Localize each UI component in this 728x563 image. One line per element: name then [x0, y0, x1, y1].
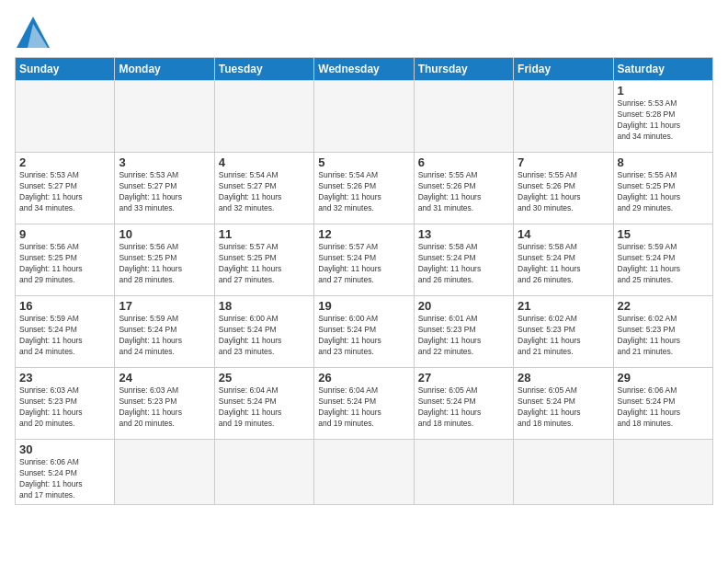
calendar-week-row: 30Sunrise: 6:06 AM Sunset: 5:24 PM Dayli… — [16, 440, 713, 505]
calendar-cell — [514, 81, 613, 153]
day-info: Sunrise: 5:59 AM Sunset: 5:24 PM Dayligh… — [618, 242, 709, 286]
day-info: Sunrise: 5:54 AM Sunset: 5:27 PM Dayligh… — [219, 170, 310, 214]
day-number: 18 — [219, 299, 310, 313]
day-number: 17 — [119, 299, 210, 313]
day-number: 7 — [518, 155, 609, 169]
calendar-cell: 8Sunrise: 5:55 AM Sunset: 5:25 PM Daylig… — [613, 153, 712, 224]
day-info: Sunrise: 5:55 AM Sunset: 5:26 PM Dayligh… — [518, 170, 609, 214]
day-info: Sunrise: 5:53 AM Sunset: 5:27 PM Dayligh… — [19, 170, 110, 214]
day-number: 8 — [618, 155, 709, 169]
day-number: 10 — [119, 227, 210, 241]
day-number: 9 — [19, 227, 110, 241]
day-number: 2 — [19, 155, 110, 169]
calendar-week-row: 2Sunrise: 5:53 AM Sunset: 5:27 PM Daylig… — [16, 153, 713, 224]
calendar-cell: 23Sunrise: 6:03 AM Sunset: 5:23 PM Dayli… — [16, 368, 115, 440]
day-number: 24 — [119, 371, 210, 385]
day-info: Sunrise: 6:03 AM Sunset: 5:23 PM Dayligh… — [19, 385, 110, 430]
calendar-header-row: SundayMondayTuesdayWednesdayThursdayFrid… — [16, 58, 713, 81]
day-header-friday: Friday — [514, 58, 613, 81]
calendar-cell: 17Sunrise: 5:59 AM Sunset: 5:24 PM Dayli… — [115, 296, 214, 368]
day-info: Sunrise: 6:06 AM Sunset: 5:24 PM Dayligh… — [618, 385, 709, 430]
calendar-cell: 1Sunrise: 5:53 AM Sunset: 5:28 PM Daylig… — [613, 81, 712, 153]
calendar-cell — [16, 81, 115, 153]
calendar-cell: 15Sunrise: 5:59 AM Sunset: 5:24 PM Dayli… — [613, 224, 712, 296]
day-info: Sunrise: 5:57 AM Sunset: 5:24 PM Dayligh… — [318, 242, 409, 286]
day-number: 22 — [618, 299, 709, 313]
calendar-cell: 20Sunrise: 6:01 AM Sunset: 5:23 PM Dayli… — [414, 296, 513, 368]
calendar-cell: 18Sunrise: 6:00 AM Sunset: 5:24 PM Dayli… — [214, 296, 313, 368]
calendar-cell — [314, 81, 414, 153]
day-info: Sunrise: 5:59 AM Sunset: 5:24 PM Dayligh… — [119, 314, 210, 358]
calendar-cell: 28Sunrise: 6:05 AM Sunset: 5:24 PM Dayli… — [514, 368, 613, 440]
day-number: 15 — [618, 227, 709, 241]
calendar-cell: 19Sunrise: 6:00 AM Sunset: 5:24 PM Dayli… — [314, 296, 414, 368]
day-number: 12 — [318, 227, 409, 241]
calendar-cell: 30Sunrise: 6:06 AM Sunset: 5:24 PM Dayli… — [16, 440, 115, 505]
day-number: 25 — [219, 371, 310, 385]
day-number: 4 — [219, 155, 310, 169]
page: SundayMondayTuesdayWednesdayThursdayFrid… — [0, 0, 728, 563]
day-info: Sunrise: 6:05 AM Sunset: 5:24 PM Dayligh… — [518, 385, 609, 430]
calendar-cell: 27Sunrise: 6:05 AM Sunset: 5:24 PM Dayli… — [414, 368, 513, 440]
calendar-cell: 4Sunrise: 5:54 AM Sunset: 5:27 PM Daylig… — [214, 153, 313, 224]
calendar-cell: 16Sunrise: 5:59 AM Sunset: 5:24 PM Dayli… — [16, 296, 115, 368]
calendar-cell: 13Sunrise: 5:58 AM Sunset: 5:24 PM Dayli… — [414, 224, 513, 296]
day-header-sunday: Sunday — [16, 58, 115, 81]
day-info: Sunrise: 6:06 AM Sunset: 5:24 PM Dayligh… — [19, 457, 110, 501]
day-number: 23 — [19, 371, 110, 385]
calendar-cell: 12Sunrise: 5:57 AM Sunset: 5:24 PM Dayli… — [314, 224, 414, 296]
day-info: Sunrise: 5:54 AM Sunset: 5:26 PM Dayligh… — [318, 170, 409, 214]
day-number: 19 — [318, 299, 409, 313]
day-number: 1 — [618, 84, 709, 98]
day-number: 28 — [518, 371, 609, 385]
day-info: Sunrise: 5:55 AM Sunset: 5:26 PM Dayligh… — [418, 170, 509, 214]
day-number: 29 — [618, 371, 709, 385]
calendar-week-row: 16Sunrise: 5:59 AM Sunset: 5:24 PM Dayli… — [16, 296, 713, 368]
day-info: Sunrise: 6:00 AM Sunset: 5:24 PM Dayligh… — [318, 314, 409, 358]
day-info: Sunrise: 5:59 AM Sunset: 5:24 PM Dayligh… — [19, 314, 110, 358]
day-header-monday: Monday — [115, 58, 214, 81]
day-number: 30 — [19, 442, 110, 456]
day-header-tuesday: Tuesday — [214, 58, 313, 81]
day-header-thursday: Thursday — [414, 58, 513, 81]
calendar-cell — [414, 440, 513, 505]
day-number: 16 — [19, 299, 110, 313]
calendar-cell — [214, 440, 313, 505]
calendar-cell: 7Sunrise: 5:55 AM Sunset: 5:26 PM Daylig… — [514, 153, 613, 224]
day-info: Sunrise: 6:01 AM Sunset: 5:23 PM Dayligh… — [418, 314, 509, 358]
day-number: 20 — [418, 299, 509, 313]
calendar-cell: 10Sunrise: 5:56 AM Sunset: 5:25 PM Dayli… — [115, 224, 214, 296]
calendar-cell — [115, 81, 214, 153]
calendar-cell: 22Sunrise: 6:02 AM Sunset: 5:23 PM Dayli… — [613, 296, 712, 368]
calendar-cell: 21Sunrise: 6:02 AM Sunset: 5:23 PM Dayli… — [514, 296, 613, 368]
calendar-cell: 9Sunrise: 5:56 AM Sunset: 5:25 PM Daylig… — [16, 224, 115, 296]
day-number: 13 — [418, 227, 509, 241]
calendar-cell — [414, 81, 513, 153]
day-number: 14 — [518, 227, 609, 241]
calendar-cell — [314, 440, 414, 505]
day-info: Sunrise: 5:53 AM Sunset: 5:27 PM Dayligh… — [119, 170, 210, 214]
day-header-saturday: Saturday — [613, 58, 712, 81]
day-info: Sunrise: 6:04 AM Sunset: 5:24 PM Dayligh… — [219, 385, 310, 430]
day-info: Sunrise: 5:56 AM Sunset: 5:25 PM Dayligh… — [119, 242, 210, 286]
calendar-cell: 5Sunrise: 5:54 AM Sunset: 5:26 PM Daylig… — [314, 153, 414, 224]
day-header-wednesday: Wednesday — [314, 58, 414, 81]
day-info: Sunrise: 6:02 AM Sunset: 5:23 PM Dayligh… — [618, 314, 709, 358]
calendar-cell: 11Sunrise: 5:57 AM Sunset: 5:25 PM Dayli… — [214, 224, 313, 296]
day-number: 26 — [318, 371, 409, 385]
day-info: Sunrise: 6:02 AM Sunset: 5:23 PM Dayligh… — [518, 314, 609, 358]
day-number: 21 — [518, 299, 609, 313]
day-number: 5 — [318, 155, 409, 169]
day-info: Sunrise: 5:55 AM Sunset: 5:25 PM Dayligh… — [618, 170, 709, 214]
calendar-cell: 26Sunrise: 6:04 AM Sunset: 5:24 PM Dayli… — [314, 368, 414, 440]
calendar-cell: 29Sunrise: 6:06 AM Sunset: 5:24 PM Dayli… — [613, 368, 712, 440]
day-info: Sunrise: 5:57 AM Sunset: 5:25 PM Dayligh… — [219, 242, 310, 286]
day-number: 27 — [418, 371, 509, 385]
calendar-table: SundayMondayTuesdayWednesdayThursdayFrid… — [15, 57, 713, 505]
calendar-cell — [613, 440, 712, 505]
calendar-cell — [115, 440, 214, 505]
day-number: 6 — [418, 155, 509, 169]
calendar-cell: 24Sunrise: 6:03 AM Sunset: 5:23 PM Dayli… — [115, 368, 214, 440]
day-info: Sunrise: 6:05 AM Sunset: 5:24 PM Dayligh… — [418, 385, 509, 430]
calendar-cell: 2Sunrise: 5:53 AM Sunset: 5:27 PM Daylig… — [16, 153, 115, 224]
